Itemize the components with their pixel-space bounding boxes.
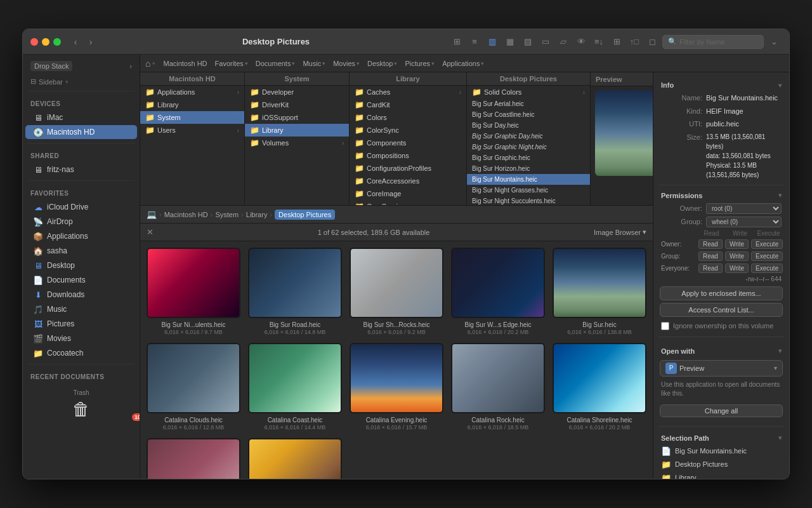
col-item-iossupport[interactable]: 📁iOSSupport bbox=[245, 111, 349, 124]
acl-btn[interactable]: Access Control List... bbox=[660, 303, 783, 317]
sel-path-desktop-pictures[interactable]: 📁 Desktop Pictures bbox=[653, 458, 789, 471]
path-desktop-pictures[interactable]: Desktop Pictures bbox=[275, 210, 335, 220]
col-item-bigsur-graphic-night[interactable]: Big Sur Graphic Night.heic bbox=[467, 142, 590, 152]
sort-btn[interactable]: ≡↓ bbox=[591, 34, 606, 50]
image-cell-11[interactable]: Catalina Sunset.heic 6,016 × 6,016 / 8.9… bbox=[248, 438, 342, 479]
everyone-read-btn[interactable]: Read bbox=[698, 264, 723, 273]
ignore-ownership-checkbox[interactable] bbox=[661, 322, 669, 330]
fav-movies[interactable]: Movies ▾ bbox=[333, 60, 360, 67]
group-select[interactable]: wheel (0) bbox=[706, 217, 782, 227]
image-cell-10[interactable]: Catalina Si...uette.heic 6,016 × 6,016 /… bbox=[147, 438, 240, 479]
info-btn[interactable]: ⌄ bbox=[766, 34, 782, 50]
col-item-library[interactable]: 📁Library bbox=[140, 98, 244, 111]
sidebar-item-pictures[interactable]: 🖼 Pictures bbox=[25, 317, 137, 331]
col-item-bigsur-horizon[interactable]: Big Sur Horizon.heic bbox=[467, 163, 590, 174]
trash-icon-area[interactable]: 🗑 10 bbox=[23, 399, 140, 420]
col-item-applications[interactable]: 📁Applications › bbox=[140, 86, 244, 98]
image-browser-toggle[interactable]: Image Browser ▾ bbox=[594, 228, 646, 236]
col-item-volumes[interactable]: 📁Volumes › bbox=[245, 137, 349, 149]
image-cell-5[interactable]: Catalina Clouds.heic 6,016 × 6,016 / 12.… bbox=[147, 343, 240, 431]
action-btn[interactable]: ◻ bbox=[645, 34, 660, 50]
group-read-btn[interactable]: Read bbox=[698, 251, 723, 261]
col-item-solid-colors[interactable]: 📁Solid Colors › bbox=[467, 86, 590, 98]
everyone-execute-btn[interactable]: Execute bbox=[751, 264, 783, 273]
fav-music[interactable]: Music ▾ bbox=[303, 60, 325, 67]
sidebar-item-airdrop[interactable]: 📡 AirDrop bbox=[25, 215, 137, 229]
col-item-bigsur-night-grasses[interactable]: Big Sur Night Grasses.heic bbox=[467, 185, 590, 196]
col-item-bigsur-coastline[interactable]: Big Sur Coastline.heic bbox=[467, 109, 590, 120]
fav-macintosh-hd[interactable]: Macintosh HD bbox=[163, 60, 207, 67]
image-cell-6[interactable]: Catalina Coast.heic 6,016 × 6,016 / 14.4… bbox=[248, 343, 342, 431]
path-library[interactable]: Library bbox=[246, 211, 268, 218]
col-item-coreservices[interactable]: 📁CoreServices bbox=[350, 200, 466, 205]
owner-select[interactable]: root (0) bbox=[706, 203, 782, 214]
col-item-bigsur-day[interactable]: Big Sur Day.heic bbox=[467, 120, 590, 131]
sidebar-item-imac[interactable]: 🖥 iMac bbox=[25, 110, 137, 124]
sidebar-item-fritz-nas[interactable]: 🖥 fritz-nas bbox=[25, 163, 137, 177]
col-item-compositions[interactable]: 📁Compositions bbox=[350, 149, 466, 162]
view-eye[interactable]: 👁 bbox=[573, 34, 589, 50]
sidebar-item-movies[interactable]: 🎬 Movies bbox=[25, 331, 137, 345]
view-icon-list[interactable]: ≡ bbox=[467, 34, 482, 50]
path-system[interactable]: System bbox=[215, 211, 239, 218]
group-write-btn[interactable]: Write bbox=[725, 251, 749, 261]
sidebar-item-music[interactable]: 🎵 Music bbox=[25, 302, 137, 316]
view-icon-grid[interactable]: ⊞ bbox=[449, 34, 464, 50]
sel-path-library[interactable]: 📁 Library bbox=[653, 471, 789, 479]
back-button[interactable]: ‹ bbox=[69, 35, 82, 49]
sidebar-item-downloads[interactable]: ⬇ Downloads bbox=[25, 288, 137, 302]
fav-favorites[interactable]: Favorites ▾ bbox=[215, 60, 248, 67]
col-item-coreaccessories[interactable]: 📁CoreAccessories bbox=[350, 175, 466, 187]
image-cell-7[interactable]: Catalina Evening.heic 6,016 × 6,016 / 15… bbox=[350, 343, 443, 431]
sidebar-item-desktop[interactable]: 🖥 Desktop bbox=[25, 258, 137, 272]
search-box[interactable]: 🔍 Filter by Name bbox=[662, 35, 764, 49]
col-item-bigsur-graphic-day[interactable]: Big Sur Graphic Day.heic bbox=[467, 131, 590, 142]
col-item-caches[interactable]: 📁Caches › bbox=[350, 86, 466, 98]
view-icon-6[interactable]: ▱ bbox=[556, 34, 571, 50]
image-cell-1[interactable]: Big Sur Road.heic 6,016 × 6,016 / 14.8 M… bbox=[248, 248, 342, 335]
close-browser-button[interactable]: ✕ bbox=[147, 227, 154, 237]
col-item-cardkit[interactable]: 📁CardKit bbox=[350, 98, 466, 111]
group-btn[interactable]: ⊞ bbox=[609, 34, 624, 50]
image-cell-9[interactable]: Catalina Shoreline.heic 6,016 × 6,016 / … bbox=[553, 343, 646, 431]
sel-path-file[interactable]: 📄 Big Sur Mountains.heic bbox=[653, 444, 789, 458]
fav-applications[interactable]: Applications ▾ bbox=[442, 60, 484, 67]
col-item-configprofiles[interactable]: 📁ConfigurationProfiles bbox=[350, 162, 466, 175]
everyone-write-btn[interactable]: Write bbox=[725, 264, 749, 273]
maximize-button[interactable] bbox=[53, 38, 61, 46]
sidebar-item-cocoatech[interactable]: 📁 Cocoatech bbox=[25, 346, 137, 360]
col-item-bigsur-night-succulents[interactable]: Big Sur Night Succulents.heic bbox=[467, 196, 590, 205]
col-item-users[interactable]: 📁Users › bbox=[140, 124, 244, 137]
sidebar-item-sasha[interactable]: 🏠 sasha bbox=[25, 244, 137, 258]
col-item-bigsur-graphic[interactable]: Big Sur Graphic.heic bbox=[467, 152, 590, 163]
open-with-app-selector[interactable]: P Preview ▾ bbox=[660, 360, 783, 377]
path-macintosh-hd[interactable]: Macintosh HD bbox=[164, 211, 208, 218]
col-item-components[interactable]: 📁Components bbox=[350, 137, 466, 149]
image-cell-8[interactable]: Catalina Rock.heic 6,016 × 6,016 / 18.5 … bbox=[451, 343, 545, 431]
owner-read-btn[interactable]: Read bbox=[698, 239, 723, 249]
col-item-system[interactable]: 📁System › bbox=[140, 111, 244, 124]
fav-pictures[interactable]: Pictures ▾ bbox=[405, 60, 435, 67]
minimize-button[interactable] bbox=[42, 38, 49, 46]
group-execute-btn[interactable]: Execute bbox=[751, 251, 783, 261]
col-item-developer[interactable]: 📁Developer bbox=[245, 86, 349, 98]
col-item-coreimage[interactable]: 📁CoreImage bbox=[350, 187, 466, 200]
fav-documents[interactable]: Documents ▾ bbox=[256, 60, 296, 67]
sidebar-item-icloud[interactable]: ☁ iCloud Drive bbox=[25, 200, 137, 214]
apply-enclosed-btn[interactable]: Apply to enclosed items... bbox=[660, 286, 783, 300]
col-item-bigsur-mountains[interactable]: Big Sur Mountains.heic bbox=[467, 174, 590, 185]
fav-desktop[interactable]: Desktop ▾ bbox=[367, 60, 397, 67]
col-item-colorsync[interactable]: 📁ColorSync bbox=[350, 124, 466, 137]
image-cell-3[interactable]: Big Sur W...s Edge.heic 6,016 × 6,016 / … bbox=[451, 248, 545, 335]
view-icon-5[interactable]: ▭ bbox=[538, 34, 553, 50]
sidebar-collapse-button[interactable]: › bbox=[129, 62, 132, 70]
col-item-bigsur-aerial[interactable]: Big Sur Aerial.heic bbox=[467, 98, 590, 109]
col-item-driverkit[interactable]: 📁DriverKit bbox=[245, 98, 349, 111]
view-icon-gallery[interactable]: ▦ bbox=[502, 34, 518, 50]
owner-execute-btn[interactable]: Execute bbox=[751, 239, 783, 249]
view-icon-column[interactable]: ▥ bbox=[485, 34, 500, 50]
close-button[interactable] bbox=[30, 38, 38, 46]
image-cell-2[interactable]: Big Sur Sh...Rocks.heic 6,016 × 6,016 / … bbox=[350, 248, 443, 335]
drop-stack-button[interactable]: Drop Stack bbox=[30, 61, 72, 71]
image-cell-4[interactable]: Big Sur.heic 6,016 × 6,016 / 138.8 MB bbox=[553, 248, 646, 335]
